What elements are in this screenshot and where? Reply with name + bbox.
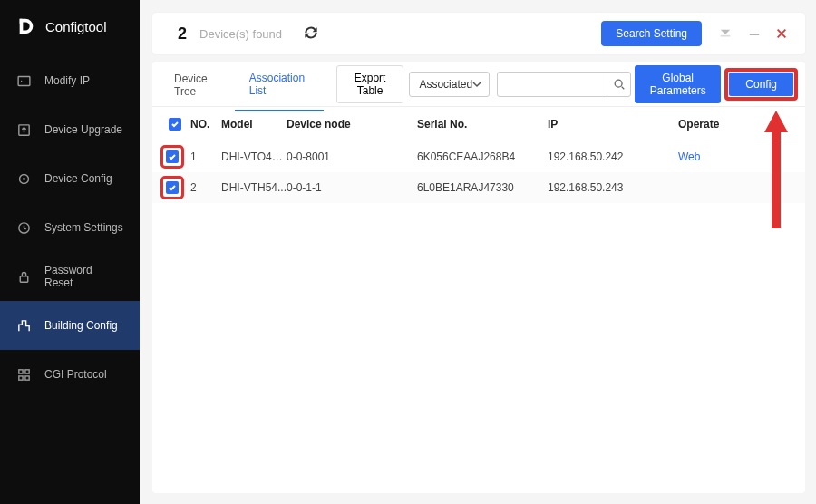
checkbox-highlight (160, 176, 184, 199)
topbar: 2 Device(s) found Search Setting (152, 13, 805, 54)
svg-rect-1 (18, 76, 30, 85)
sidebar-item-cgi-protocol[interactable]: CGI Protocol (0, 350, 140, 399)
filter-dropdown-value: Associated (419, 78, 472, 91)
search-setting-button[interactable]: Search Setting (601, 21, 702, 46)
svg-point-14 (615, 80, 622, 87)
cell-no: 2 (190, 181, 221, 194)
sidebar-item-modify-ip[interactable]: Modify IP (0, 56, 140, 105)
cell-ip: 192.168.50.242 (548, 150, 678, 163)
checkbox-highlight (160, 145, 184, 169)
col-node: Device node (287, 118, 417, 131)
table-row[interactable]: 1 DHI-VTO42... 0-0-8001 6K056CEAAJ268B4 … (152, 141, 805, 172)
config-highlight: Config (724, 68, 798, 101)
cell-serial: 6K056CEAAJ268B4 (417, 150, 548, 163)
config-button[interactable]: Config (729, 73, 793, 96)
sidebar-item-label: CGI Protocol (44, 368, 107, 381)
svg-rect-11 (25, 375, 29, 379)
col-operate: Operate (678, 118, 769, 131)
toolbar: Device Tree Association List Export Tabl… (152, 62, 805, 107)
cell-node: 0-0-8001 (287, 150, 417, 163)
content-panel: Device Tree Association List Export Tabl… (152, 62, 805, 493)
search-field (497, 72, 631, 97)
brand-name: Configtool (45, 19, 107, 34)
device-count: 2 (165, 24, 199, 44)
minimize-button[interactable] (743, 23, 765, 44)
col-serial: Serial No. (417, 118, 548, 131)
filter-icon[interactable] (714, 23, 736, 44)
cell-ip: 192.168.50.243 (548, 181, 678, 194)
sidebar-item-label: Modify IP (44, 74, 90, 87)
svg-rect-7 (20, 276, 28, 281)
device-table: NO. Model Device node Serial No. IP Oper… (152, 107, 805, 203)
annotation-arrow (763, 111, 790, 231)
svg-rect-12 (721, 35, 731, 37)
col-no: NO. (190, 118, 221, 131)
tab-device-tree[interactable]: Device Tree (160, 57, 235, 111)
ip-icon (16, 73, 32, 89)
col-ip: IP (548, 118, 678, 131)
sidebar-item-device-config[interactable]: Device Config (0, 154, 140, 203)
sidebar: Configtool Modify IP Device Upgrade Devi… (0, 0, 140, 504)
svg-point-2 (21, 80, 22, 81)
upgrade-icon (16, 122, 32, 138)
gear-icon (16, 171, 32, 187)
brand-logo: Configtool (0, 0, 140, 56)
svg-rect-0 (20, 19, 23, 24)
row-checkbox[interactable] (166, 181, 179, 194)
svg-rect-13 (750, 34, 760, 35)
sidebar-item-label: Password Reset (44, 264, 123, 289)
svg-rect-10 (19, 375, 23, 379)
svg-rect-8 (19, 369, 23, 373)
filter-dropdown[interactable]: Associated (409, 72, 490, 97)
export-table-button[interactable]: Export Table (336, 65, 404, 103)
cell-node: 0-0-1-1 (287, 181, 417, 194)
sidebar-item-device-upgrade[interactable]: Device Upgrade (0, 105, 140, 154)
sidebar-item-label: Building Config (44, 319, 118, 332)
lock-icon (16, 269, 32, 285)
cell-no: 1 (190, 150, 221, 163)
devices-found-label: Device(s) found (199, 27, 282, 41)
row-checkbox[interactable] (166, 150, 179, 163)
sidebar-item-label: Device Upgrade (44, 123, 122, 136)
tab-association-list[interactable]: Association List (235, 56, 324, 111)
sidebar-item-building-config[interactable]: Building Config (0, 301, 140, 350)
sidebar-item-label: System Settings (44, 221, 123, 234)
main-area: 2 Device(s) found Search Setting Device … (140, 0, 816, 504)
search-icon (613, 78, 626, 91)
global-parameters-button[interactable]: Global Parameters (635, 65, 721, 103)
sidebar-item-password-reset[interactable]: Password Reset (0, 252, 140, 301)
sidebar-item-label: Device Config (44, 172, 112, 185)
refresh-button[interactable] (302, 24, 320, 44)
cell-model: DHI-VTO42... (221, 150, 287, 163)
building-icon (16, 318, 32, 334)
brand-icon (16, 16, 36, 36)
col-model: Model (221, 118, 287, 131)
settings-icon (16, 220, 32, 236)
refresh-icon (302, 24, 320, 42)
search-button[interactable] (607, 72, 630, 97)
web-link[interactable]: Web (678, 150, 700, 163)
search-input[interactable] (498, 78, 607, 91)
grid-icon (16, 367, 32, 383)
svg-point-5 (23, 178, 25, 180)
close-button[interactable] (771, 23, 792, 44)
chevron-down-icon (472, 80, 481, 89)
select-all-checkbox[interactable] (169, 118, 181, 131)
sidebar-item-system-settings[interactable]: System Settings (0, 203, 140, 252)
table-header: NO. Model Device node Serial No. IP Oper… (152, 107, 805, 141)
cell-serial: 6L0BE1ARAJ47330 (417, 181, 548, 194)
svg-rect-9 (25, 369, 29, 373)
cell-model: DHI-VTH54... (221, 181, 287, 194)
table-row[interactable]: 2 DHI-VTH54... 0-0-1-1 6L0BE1ARAJ47330 1… (152, 172, 805, 203)
